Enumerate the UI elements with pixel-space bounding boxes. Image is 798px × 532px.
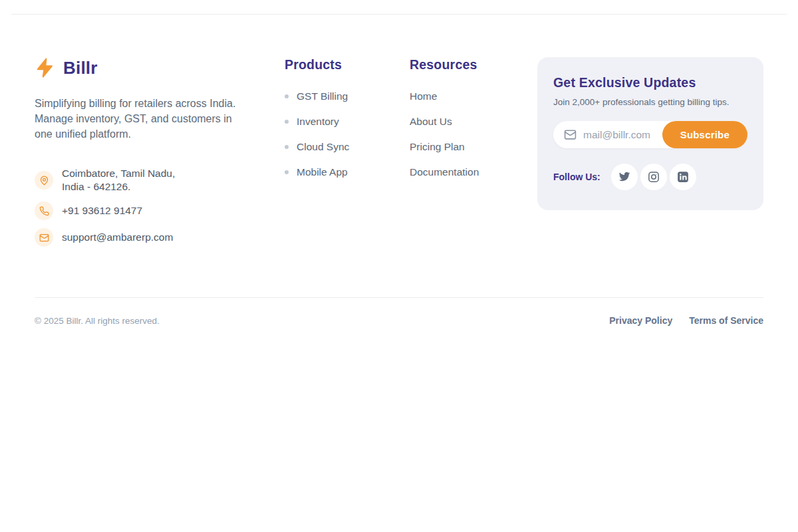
resource-link-documentation: Documentation [410, 166, 537, 178]
brand-logo: Billr [35, 57, 285, 78]
link-documentation[interactable]: Documentation [410, 166, 479, 178]
bottom-bar: © 2025 Billr. All rights reserved. Priva… [35, 298, 763, 326]
product-link-gst-billing: GST Billing [285, 90, 410, 102]
resource-link-pricing-plan: Pricing Plan [410, 141, 537, 153]
terms-of-service-link[interactable]: Terms of Service [689, 315, 763, 326]
instagram-icon [648, 171, 660, 183]
newsletter-card: Get Exclusive Updates Join 2,000+ profes… [537, 57, 763, 210]
footer-main: Billr Simplifying billing for retailers … [35, 57, 763, 255]
location-pin-icon [35, 171, 53, 190]
phone-text: +91 93612 91477 [62, 204, 142, 217]
link-gst-billing[interactable]: GST Billing [297, 90, 348, 102]
bullet-dot [285, 170, 289, 174]
bullet-dot [285, 94, 289, 98]
lightning-bolt-icon [35, 57, 56, 78]
resource-link-about-us: About Us [410, 116, 537, 128]
email-text: support@ambarerp.com [62, 231, 173, 244]
product-link-inventory: Inventory [285, 116, 410, 128]
twitter-icon [618, 171, 630, 183]
mail-input-icon [564, 128, 577, 141]
instagram-button[interactable] [640, 164, 667, 190]
copyright-text: © 2025 Billr. All rights reserved. [35, 316, 160, 326]
subscribe-button[interactable]: Subscribe [662, 121, 747, 148]
follow-row: Follow Us: [553, 164, 747, 190]
resource-link-home: Home [410, 90, 537, 102]
brand-description: Simplifying billing for retailers across… [35, 96, 242, 142]
bullet-dot [285, 145, 289, 149]
linkedin-icon [677, 171, 689, 183]
products-heading: Products [285, 57, 410, 72]
brand-name: Billr [63, 58, 98, 78]
bullet-dot [285, 120, 289, 124]
contact-address: Coimbatore, Tamil Nadu, India - 642126. [35, 167, 285, 194]
twitter-button[interactable] [611, 164, 638, 190]
link-about-us[interactable]: About Us [410, 116, 452, 128]
subscribe-form: Subscribe [553, 121, 747, 148]
link-home[interactable]: Home [410, 90, 437, 102]
product-link-mobile-app: Mobile App [285, 166, 410, 178]
address-line2: India - 642126. [62, 181, 130, 192]
envelope-icon [35, 228, 53, 247]
resources-heading: Resources [410, 57, 537, 72]
products-list: GST Billing Inventory Cloud Sync Mobile … [285, 90, 410, 178]
phone-icon [35, 201, 53, 220]
bottom-links: Privacy Policy Terms of Service [609, 315, 763, 326]
link-inventory[interactable]: Inventory [297, 116, 339, 128]
contact-list: Coimbatore, Tamil Nadu, India - 642126. … [35, 167, 285, 247]
contact-email: support@ambarerp.com [35, 228, 285, 247]
contact-phone: +91 93612 91477 [35, 201, 285, 220]
newsletter-subtitle: Join 2,000+ professionals getting billin… [553, 97, 747, 107]
brand-column: Billr Simplifying billing for retailers … [35, 57, 285, 255]
address-text: Coimbatore, Tamil Nadu, India - 642126. [62, 167, 175, 194]
product-link-cloud-sync: Cloud Sync [285, 141, 410, 153]
newsletter-title: Get Exclusive Updates [553, 75, 747, 90]
resources-list: Home About Us Pricing Plan Documentation [410, 90, 537, 178]
follow-us-label: Follow Us: [553, 172, 600, 182]
link-cloud-sync[interactable]: Cloud Sync [297, 141, 349, 153]
link-pricing-plan[interactable]: Pricing Plan [410, 141, 465, 153]
footer: Billr Simplifying billing for retailers … [0, 15, 798, 326]
email-input[interactable] [583, 129, 662, 141]
products-column: Products GST Billing Inventory Cloud Syn… [285, 57, 410, 192]
linkedin-button[interactable] [670, 164, 696, 190]
privacy-policy-link[interactable]: Privacy Policy [609, 315, 672, 326]
resources-column: Resources Home About Us Pricing Plan Doc… [410, 57, 537, 192]
address-line1: Coimbatore, Tamil Nadu, [62, 168, 175, 179]
link-mobile-app[interactable]: Mobile App [297, 166, 348, 178]
